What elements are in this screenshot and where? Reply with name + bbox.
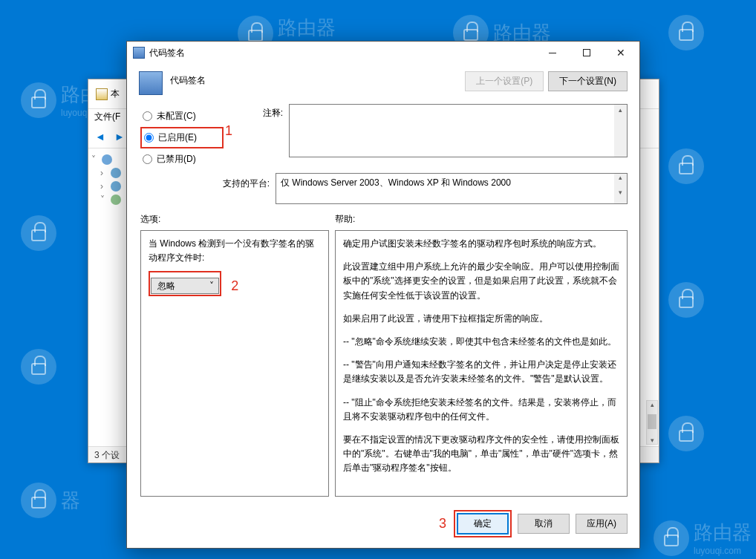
chevron-down-icon: ˅ bbox=[205, 279, 218, 293]
platform-box: 仅 Windows Server 2003、Windows XP 和 Windo… bbox=[276, 173, 628, 204]
annotation-1: 1 bbox=[225, 123, 232, 139]
comment-label: 注释: bbox=[238, 104, 283, 169]
annotation-2: 2 bbox=[231, 278, 238, 293]
help-panel: 确定用户试图安装未经数字签名的驱动程序包时系统的响应方式。 此设置建立组中用户系… bbox=[335, 230, 628, 497]
help-label: 帮助: bbox=[335, 213, 628, 226]
platform-value: 仅 Windows Server 2003、Windows XP 和 Windo… bbox=[281, 177, 511, 188]
titlebar: 代码签名 ✕ bbox=[127, 42, 639, 64]
bg-scrollbar[interactable] bbox=[646, 400, 658, 445]
radio-disabled[interactable]: 已禁用(D) bbox=[140, 150, 224, 169]
radio-not-configured[interactable]: 未配置(C) bbox=[140, 107, 224, 125]
response-dropdown[interactable]: 忽略 ˅ bbox=[151, 278, 219, 294]
state-radio-group: 未配置(C) 已启用(E) 已禁用(D) bbox=[140, 104, 224, 169]
dialog-title: 代码签名 bbox=[149, 47, 535, 59]
option-text: 当 Windows 检测到一个没有数字签名的驱动程序文件时: bbox=[149, 237, 321, 265]
help-p3: 如果启用了此设置，请使用下拉框指定所需的响应。 bbox=[343, 312, 619, 326]
platform-scrollbar[interactable] bbox=[614, 174, 627, 203]
cancel-button[interactable]: 取消 bbox=[518, 514, 570, 534]
help-p1: 确定用户试图安装未经数字签名的驱动程序包时系统的响应方式。 bbox=[343, 237, 619, 251]
next-setting-button[interactable]: 下一个设置(N) bbox=[548, 71, 628, 91]
ok-button[interactable]: 确定 bbox=[457, 513, 509, 535]
radio-enabled[interactable]: 已启用(E) bbox=[140, 127, 224, 148]
bg-title: 本 bbox=[111, 88, 120, 100]
options-panel: 当 Windows 检测到一个没有数字签名的驱动程序文件时: 忽略 ˅ 2 bbox=[140, 230, 329, 497]
minimize-button[interactable] bbox=[535, 42, 570, 64]
dropdown-value: 忽略 bbox=[151, 279, 205, 293]
annotation-3: 3 bbox=[439, 516, 446, 532]
document-icon bbox=[96, 88, 108, 100]
comment-textarea[interactable] bbox=[289, 104, 628, 157]
help-p2: 此设置建立组中用户系统上允许的最少安全响应。用户可以使用控制面板中的"系统"选择… bbox=[343, 260, 619, 303]
maximize-button[interactable] bbox=[570, 42, 604, 64]
policy-icon bbox=[139, 71, 163, 95]
help-p6: -- "阻止"命令系统拒绝安装未经签名的文件。结果是，安装将停止，而且将不安装驱… bbox=[343, 396, 619, 424]
policy-dialog: 代码签名 ✕ 代码签名 上一个设置(P) 下一个设置(N) 未配置(C) 已启用… bbox=[126, 41, 640, 549]
options-label: 选项: bbox=[140, 213, 335, 226]
apply-button[interactable]: 应用(A) bbox=[576, 514, 628, 534]
previous-setting-button[interactable]: 上一个设置(P) bbox=[465, 71, 544, 91]
nav-fwd-icon[interactable]: ► bbox=[112, 129, 127, 144]
policy-name: 代码签名 bbox=[170, 71, 206, 95]
help-p5: -- "警告"向用户通知未经数字签名的文件，并让用户决定是停止安装还是继续安装以… bbox=[343, 358, 619, 386]
comment-scrollbar[interactable] bbox=[614, 105, 627, 157]
help-p4: -- "忽略"命令系统继续安装，即使其中包含未经签名的文件也是如此。 bbox=[343, 335, 619, 349]
help-p7: 要在不指定设置的情况下更改驱动程序文件的安全性，请使用控制面板中的"系统"。右键… bbox=[343, 433, 619, 476]
close-button[interactable]: ✕ bbox=[604, 42, 638, 64]
nav-back-icon[interactable]: ◄ bbox=[93, 129, 108, 144]
platform-label: 支持的平台: bbox=[140, 173, 270, 204]
dialog-icon bbox=[133, 47, 145, 59]
